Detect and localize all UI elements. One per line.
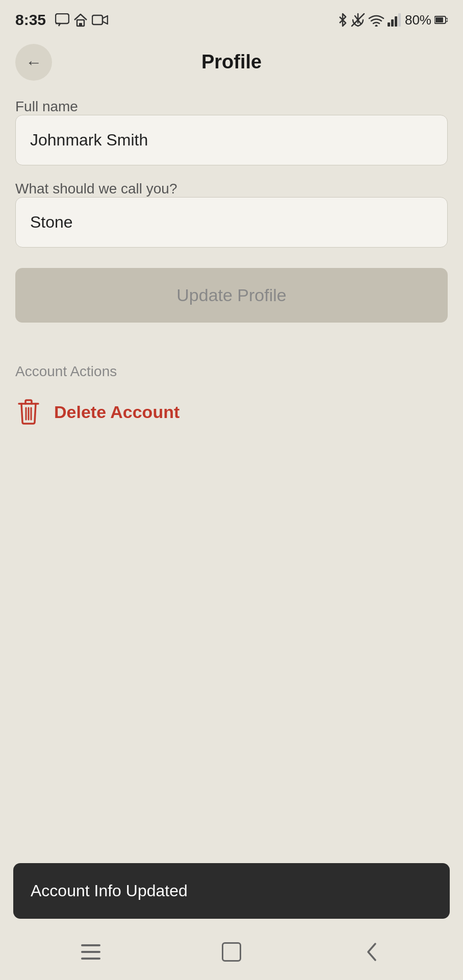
svg-rect-6 bbox=[388, 22, 390, 27]
home-button[interactable] bbox=[211, 937, 252, 967]
bluetooth-icon bbox=[338, 13, 348, 27]
svg-rect-9 bbox=[398, 13, 401, 27]
delete-account-row[interactable]: Delete Account bbox=[15, 392, 448, 432]
svg-rect-3 bbox=[92, 15, 102, 24]
trash-icon bbox=[15, 397, 42, 427]
nickname-input[interactable] bbox=[15, 197, 448, 248]
svg-rect-0 bbox=[56, 14, 69, 23]
video-icon bbox=[92, 14, 108, 26]
update-profile-button[interactable]: Update Profile bbox=[15, 268, 448, 323]
recent-apps-icon bbox=[81, 944, 100, 960]
signal-icon bbox=[388, 13, 402, 27]
svg-rect-2 bbox=[79, 23, 82, 26]
home-icon bbox=[73, 13, 88, 27]
back-arrow-icon: ← bbox=[25, 54, 42, 70]
nickname-label: What should we call you? bbox=[15, 181, 177, 197]
back-nav-icon bbox=[364, 941, 380, 963]
wifi-icon bbox=[368, 13, 384, 27]
battery-icon bbox=[434, 15, 448, 24]
delete-account-text: Delete Account bbox=[54, 402, 179, 422]
status-bar: 8:35 bbox=[0, 0, 463, 36]
recent-apps-button[interactable] bbox=[70, 937, 111, 967]
page-title: Profile bbox=[201, 51, 262, 73]
main-content: Full name What should we call you? Updat… bbox=[0, 83, 463, 447]
home-nav-icon bbox=[222, 942, 241, 962]
chat-icon bbox=[55, 13, 69, 27]
app-header: ← Profile bbox=[0, 41, 463, 83]
account-actions-label: Account Actions bbox=[15, 363, 448, 380]
status-icons-left bbox=[55, 13, 108, 27]
svg-rect-8 bbox=[395, 16, 397, 27]
svg-point-5 bbox=[375, 25, 377, 27]
toast-message: Account Info Updated bbox=[31, 881, 188, 900]
back-nav-button[interactable] bbox=[352, 937, 393, 967]
svg-rect-7 bbox=[391, 19, 394, 27]
account-actions-section: Account Actions Delete Account bbox=[15, 363, 448, 432]
full-name-input[interactable] bbox=[15, 115, 448, 165]
mute-icon bbox=[351, 13, 365, 27]
status-left: 8:35 bbox=[15, 11, 108, 29]
full-name-label: Full name bbox=[15, 99, 78, 114]
toast-notification: Account Info Updated bbox=[13, 863, 450, 919]
bottom-nav bbox=[0, 924, 463, 980]
battery-percent: 80% bbox=[405, 12, 431, 28]
back-button[interactable]: ← bbox=[15, 44, 52, 81]
svg-rect-11 bbox=[435, 17, 443, 22]
status-right: 80% bbox=[338, 12, 448, 28]
status-time: 8:35 bbox=[15, 11, 46, 29]
